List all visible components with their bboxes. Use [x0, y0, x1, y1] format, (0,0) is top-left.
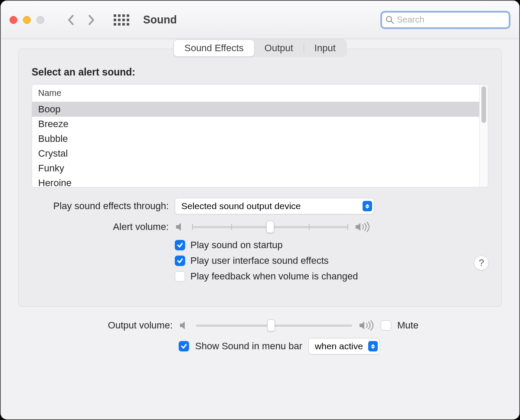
menubar-mode-popup[interactable]: when active: [308, 338, 380, 354]
sound-effects-panel: Select an alert sound: Name Boop Breeze …: [18, 49, 502, 307]
alert-sounds-list[interactable]: Boop Breeze Bubble Crystal Funky Heroine: [32, 102, 479, 187]
close-window-button[interactable]: [10, 16, 17, 24]
pane-title: Sound: [143, 13, 177, 26]
list-item[interactable]: Heroine: [32, 176, 479, 187]
speaker-high-icon: [358, 320, 375, 331]
alert-volume-label: Alert volume:: [32, 221, 175, 233]
speaker-low-icon: [175, 221, 186, 233]
tab-sound-effects[interactable]: Sound Effects: [174, 40, 254, 56]
list-item[interactable]: Bubble: [32, 131, 479, 146]
window-controls: [10, 16, 44, 24]
minimize-window-button[interactable]: [23, 16, 31, 24]
ui-sounds-label: Play user interface sound effects: [190, 255, 329, 266]
scrollbar-thumb[interactable]: [481, 86, 486, 123]
search-field-wrap[interactable]: [380, 11, 510, 29]
show-all-icon[interactable]: [114, 14, 129, 26]
list-item[interactable]: Breeze: [32, 117, 479, 131]
output-volume-slider[interactable]: [196, 320, 352, 331]
titlebar: Sound: [1, 1, 519, 39]
tab-input[interactable]: Input: [304, 40, 346, 56]
speaker-low-icon: [179, 320, 190, 331]
zoom-window-button: [36, 16, 44, 24]
table-header-row: Name: [32, 85, 479, 102]
speaker-high-icon: [354, 221, 371, 233]
svg-line-1: [391, 21, 393, 23]
tab-bar: Sound Effects Output Input: [18, 39, 502, 57]
menubar-checkbox[interactable]: [179, 341, 189, 351]
menubar-label: Show Sound in menu bar: [195, 341, 302, 352]
play-through-label: Play sound effects through:: [32, 200, 175, 212]
play-through-popup[interactable]: Selected sound output device: [175, 198, 374, 214]
forward-button[interactable]: [85, 14, 97, 26]
tab-output[interactable]: Output: [254, 40, 304, 56]
svg-point-0: [386, 16, 392, 22]
list-item[interactable]: Boop: [32, 102, 479, 117]
popup-stepper-icon: [363, 201, 372, 211]
help-icon: ?: [479, 257, 484, 269]
sound-preferences-window: Sound Sound Effects Output Input Select …: [1, 1, 519, 419]
ui-sounds-checkbox[interactable]: [175, 256, 185, 266]
popup-stepper-icon: [368, 341, 378, 351]
alert-sounds-table: Name Boop Breeze Bubble Crystal Funky He…: [32, 84, 488, 187]
startup-sound-checkbox[interactable]: [175, 240, 185, 250]
search-input[interactable]: [397, 15, 505, 25]
alert-sound-heading: Select an alert sound:: [32, 66, 488, 78]
menubar-mode-value: when active: [315, 341, 363, 351]
list-item[interactable]: Crystal: [32, 146, 479, 161]
play-through-value: Selected sound output device: [181, 201, 357, 211]
table-scrollbar[interactable]: [479, 85, 488, 187]
back-button[interactable]: [65, 14, 77, 26]
output-volume-label: Output volume:: [36, 320, 179, 331]
list-item[interactable]: Funky: [32, 161, 479, 176]
alert-volume-slider[interactable]: [192, 222, 348, 232]
mute-label: Mute: [397, 320, 419, 331]
column-header-name[interactable]: Name: [32, 85, 67, 102]
startup-sound-label: Play sound on startup: [190, 240, 283, 251]
search-icon: [386, 16, 394, 24]
feedback-label: Play feedback when volume is changed: [190, 271, 358, 282]
feedback-checkbox[interactable]: [175, 271, 185, 282]
help-button[interactable]: ?: [474, 256, 489, 270]
mute-checkbox[interactable]: [381, 320, 391, 331]
